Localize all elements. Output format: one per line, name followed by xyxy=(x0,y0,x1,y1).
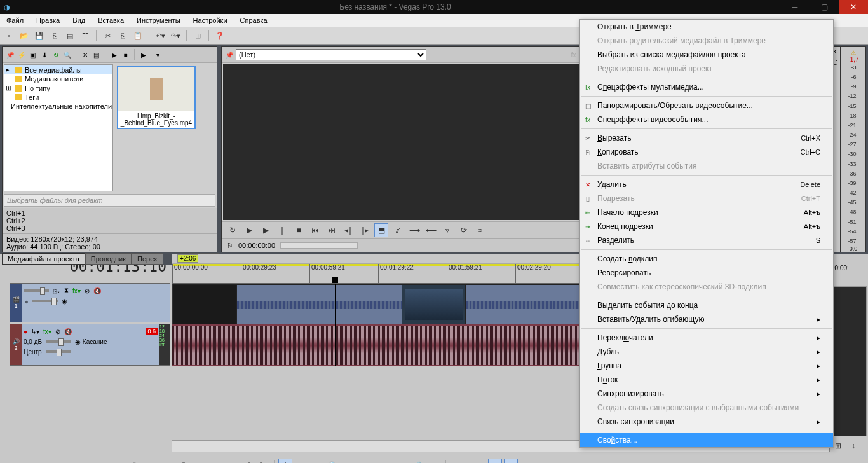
zoom-icon[interactable]: 🔍 xyxy=(326,459,340,463)
tab-project-media[interactable]: Медиафайлы проекта xyxy=(2,253,85,265)
shuttle-icon[interactable]: ◀◀▶▶ xyxy=(52,460,75,463)
media-thumb[interactable]: Limp_Bizkit_-_Behind_Blue_Eyes.mp4 xyxy=(117,66,196,129)
playhead-cursor[interactable] xyxy=(335,284,336,366)
more1-icon[interactable]: ⟶ xyxy=(407,223,421,237)
pause-icon[interactable]: ‖ xyxy=(177,459,191,463)
ctx-item[interactable]: ◫Панорамировать/Обрезать видеособытие... xyxy=(580,99,833,113)
undo-icon[interactable]: ↶▾ xyxy=(154,29,166,42)
next-frame-icon[interactable]: ‖▸ xyxy=(256,459,270,463)
autoripple-icon[interactable]: ⇄ xyxy=(396,459,410,463)
ctx-item[interactable]: ⎘КопироватьCtrl+C xyxy=(580,145,833,159)
ctx-item[interactable]: ⇤Начало подрезкиAlt+ъ xyxy=(580,205,833,219)
pause-icon[interactable]: ‖ xyxy=(275,223,289,237)
menu-help[interactable]: Справка xyxy=(234,14,274,27)
record-arm-icon[interactable]: ● xyxy=(24,328,27,335)
automation-icon[interactable]: ⊘ xyxy=(55,328,60,335)
ctx-item[interactable]: Поток▸ xyxy=(580,373,833,387)
prev-frame-icon[interactable]: ◂‖ xyxy=(240,459,254,463)
autocrossfade-icon[interactable]: ✕ xyxy=(380,459,394,463)
copy-icon[interactable]: ⎘ xyxy=(116,29,129,42)
ctx-item[interactable]: Дубль▸ xyxy=(580,345,833,359)
menu-edit[interactable]: Правка xyxy=(30,14,66,27)
media-search[interactable]: Выбрать файлы для редакт xyxy=(4,194,215,207)
fx-icon[interactable]: fx▾ xyxy=(43,328,51,335)
solo-icon[interactable]: ◉ xyxy=(62,298,67,305)
search-icon[interactable]: 🔍 xyxy=(62,50,72,60)
lock-env-icon[interactable]: 🔒 xyxy=(412,459,426,463)
ctx-item[interactable]: Синхронизировать▸ xyxy=(580,387,833,401)
help-icon[interactable]: ❓ xyxy=(214,29,226,42)
stop-icon[interactable]: ■ xyxy=(193,459,207,463)
pin-icon[interactable]: 📌 xyxy=(224,50,234,60)
tree-bytype[interactable]: ⊞По типу xyxy=(4,83,112,93)
saveas-icon[interactable]: ⎘ xyxy=(48,29,61,42)
marker-label[interactable]: +2:06 xyxy=(177,254,198,263)
input-icon[interactable]: ↳▾ xyxy=(31,328,39,335)
marker-icon[interactable]: ▿ xyxy=(440,223,454,237)
video-clip[interactable] xyxy=(402,284,466,325)
add-to-tl-icon[interactable]: ⬒ xyxy=(374,223,388,237)
remove-icon[interactable]: ✕ xyxy=(80,50,90,60)
minimize-button[interactable]: ─ xyxy=(780,0,810,14)
paste-icon[interactable]: 📋 xyxy=(132,29,144,42)
video-clip[interactable] xyxy=(173,284,238,325)
maximize-button[interactable]: ▢ xyxy=(810,0,839,14)
play-icon[interactable]: ▶ xyxy=(161,459,175,463)
motion-icon[interactable]: ⧗ xyxy=(64,287,69,294)
opacity-slider[interactable] xyxy=(32,300,58,302)
ctx-item[interactable]: fxСпецэффекты видеособытия... xyxy=(580,113,833,127)
ignore-group-icon[interactable]: ⊟ xyxy=(428,459,442,463)
scrub-bar[interactable] xyxy=(280,242,358,249)
pan-slider[interactable] xyxy=(46,350,71,353)
more-icon[interactable]: » xyxy=(473,223,487,237)
ctx-item[interactable]: ⎃РазделитьS xyxy=(580,233,833,247)
mute-icon[interactable]: 🔇 xyxy=(64,328,72,335)
ctx-item[interactable]: Открыть в Триммере xyxy=(580,20,833,34)
loop-icon[interactable]: ↻ xyxy=(226,223,240,237)
prev-frame-icon[interactable]: ◂‖ xyxy=(341,223,355,237)
trimmer-tc[interactable]: 00:00:00:00 xyxy=(238,242,275,249)
pin-icon[interactable]: 📌 xyxy=(5,50,15,60)
fit-icon[interactable]: ⫽ xyxy=(391,223,405,237)
ctx-item[interactable]: Выбрать из списка медиафайлов проекта xyxy=(580,48,833,62)
play-icon[interactable]: ▶ xyxy=(109,50,119,60)
video-track-header[interactable]: 🎬1 ⎘▾ ⧗ fx▾ ⊘ 🔇 ↳ ◉ xyxy=(10,283,170,322)
tree-smart[interactable]: Интеллектуальные накопители xyxy=(4,102,112,111)
play-start-icon[interactable]: ▶ xyxy=(242,223,256,237)
go-end-icon[interactable]: ⏭ xyxy=(224,459,238,463)
properties-icon[interactable]: ☷ xyxy=(79,29,92,42)
media-tree[interactable]: ▸Все медиафайлы Медианакопители ⊞По типу… xyxy=(4,64,113,191)
next-frame-icon[interactable]: ‖▸ xyxy=(358,223,372,237)
comp-btn[interactable]: ⎘▾ xyxy=(53,287,60,294)
refresh-icon[interactable]: ↻ xyxy=(51,50,60,60)
menu-tools[interactable]: Инструменты xyxy=(130,14,187,27)
snap-icon[interactable]: ⊞ xyxy=(191,29,204,42)
region-icon[interactable]: ⟳ xyxy=(457,223,471,237)
capture-icon[interactable]: ▣ xyxy=(28,50,37,60)
more2-icon[interactable]: ⟵ xyxy=(424,223,438,237)
stop-icon[interactable]: ■ xyxy=(292,223,306,237)
stop-icon[interactable]: ■ xyxy=(121,50,130,60)
ctx-item[interactable]: ✂ВырезатьCtrl+X xyxy=(580,131,833,145)
bus-icon[interactable]: ↕ xyxy=(846,439,860,453)
ctx-item[interactable]: Создать подклип xyxy=(580,252,833,266)
go-start-icon[interactable]: ⏮ xyxy=(208,459,222,463)
render-icon[interactable]: ▤ xyxy=(64,29,76,42)
vol-slider[interactable] xyxy=(46,340,71,343)
audio-track-header[interactable]: 🔊2 ● ↳▾ fx▾ ⊘ 🔇 0.6 0,0 дБ ◉ Касание xyxy=(10,324,170,366)
automation-icon[interactable]: ⊘ xyxy=(85,287,90,294)
trim-end-icon[interactable]: ⇥ xyxy=(504,459,518,463)
ctx-item[interactable]: Реверсировать xyxy=(580,266,833,280)
menu-settings[interactable]: Настройки xyxy=(187,14,234,27)
fx-icon[interactable]: fx▾ xyxy=(72,287,81,294)
props-icon[interactable]: ▤ xyxy=(92,50,101,60)
open-icon[interactable]: 📂 xyxy=(18,29,31,42)
media-grid[interactable]: Limp_Bizkit_-_Behind_Blue_Eyes.mp4 xyxy=(114,63,217,193)
menu-view[interactable]: Вид xyxy=(66,14,92,27)
menu-insert[interactable]: Вставка xyxy=(92,14,130,27)
snap-icon[interactable]: ⊞ xyxy=(348,459,362,463)
redo-icon[interactable]: ↷▾ xyxy=(169,29,182,42)
loop-icon[interactable]: ↻ xyxy=(129,459,143,463)
record-icon[interactable]: ● xyxy=(113,459,127,463)
crossfade-icon[interactable]: ✕ xyxy=(450,459,464,463)
